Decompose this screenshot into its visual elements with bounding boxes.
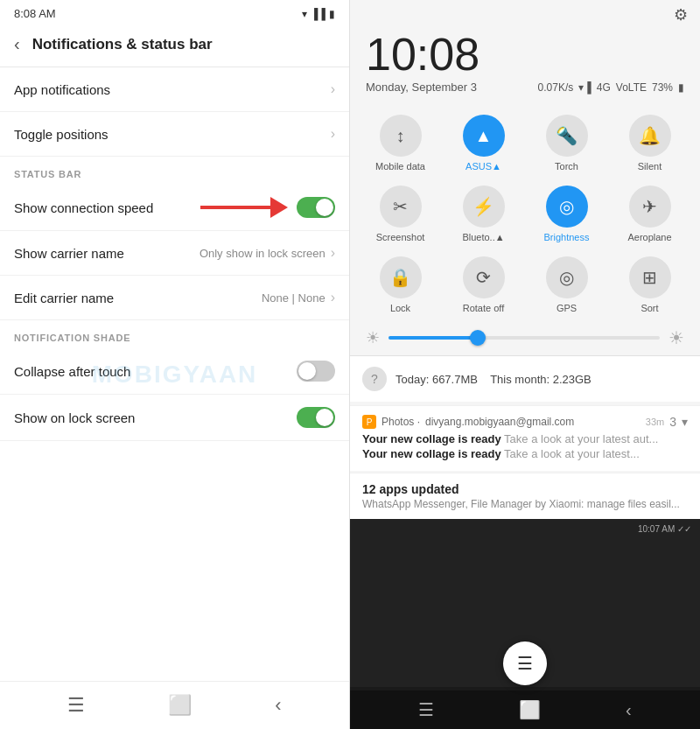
update-title: 12 apps updated [362,482,688,496]
right-status-bar: ⚙ [350,0,700,28]
settings-content: App notifications › Toggle positions › S… [0,67,349,681]
tile-aeroplane[interactable]: ✈ Aeroplane [608,177,691,248]
tile-rotate[interactable]: ⟳ Rotate off [442,248,525,319]
notif-line-1: Your new collage is ready Take a look at… [362,432,688,445]
tile-gps[interactable]: ◎ GPS [525,248,608,319]
menu-item-app-notifications[interactable]: App notifications › [0,67,349,112]
speed-info: 0.07K/s ▾▐ 4G VoLTE 73% ▮ [538,81,684,94]
tile-torch[interactable]: 🔦 Torch [525,106,608,177]
screenshot-label: Screenshot [376,232,425,242]
volte-icon: VoLTE [616,81,647,94]
sort-icon-wrap: ⊞ [629,256,671,298]
tile-bluetooth[interactable]: ⚡ Blueto..▲ [442,177,525,248]
chevron-right-icon: › [331,126,335,142]
aeroplane-label: Aeroplane [627,232,671,242]
notif-header: P Photos · divyang.mobigyaan@gmail.com 3… [362,415,688,429]
torch-label: Torch [555,161,578,172]
quick-tiles-grid: ↕ Mobile data ▲ ASUS▲ 🔦 Torch 🔔 Silent ✂ [350,101,700,324]
notif-line-2: Your new collage is ready Take a look at… [362,447,688,460]
back-nav-right-icon[interactable]: ‹ [626,700,632,720]
chevron-right-icon: › [331,290,335,305]
collapse-toggle[interactable] [297,361,335,382]
sun-bright-icon: ☀ [668,327,684,348]
menu-nav-icon[interactable]: ☰ [67,694,85,717]
battery-icon: ▮ [678,81,684,94]
silent-icon-wrap: 🔔 [629,115,671,157]
date-speed-row: Monday, September 3 0.07K/s ▾▐ 4G VoLTE … [350,79,700,101]
show-connection-speed-row: Show connection speed [0,185,349,231]
gps-label: GPS [556,303,577,313]
slider-track [388,336,660,340]
home-nav-right-icon[interactable]: ⬜ [519,699,541,720]
show-on-lock-screen-row: Show on lock screen [0,395,349,441]
aeroplane-icon: ✈ [642,196,657,217]
edit-carrier-sub: None | None [262,291,326,305]
brightness-slider[interactable] [388,329,660,347]
back-button[interactable]: ‹ [14,34,20,54]
slider-thumb[interactable] [470,330,486,346]
connection-speed-toggle[interactable] [297,197,335,218]
dropdown-icon[interactable]: ▾ [682,415,688,429]
data-usage-card: ? Today: 667.7MB This month: 2.23GB [350,355,700,402]
rotate-icon: ⟳ [476,267,491,288]
expand-icon[interactable]: 3 [669,415,676,429]
sort-icon: ⊞ [642,267,657,288]
right-panel: ⚙ 10:08 Monday, September 3 0.07K/s ▾▐ 4… [350,0,700,729]
lock-label: Lock [390,303,410,313]
left-panel: 8:08 AM ▾ ▐▐ ▮ ‹ Notifications & status … [0,0,350,729]
collapse-label: Collapse after touch [14,364,297,379]
edit-carrier-label: Edit carrier name [14,291,262,305]
tile-lock[interactable]: 🔒 Lock [359,248,442,319]
silent-label: Silent [638,161,662,172]
sort-label: Sort [640,303,658,313]
app-notifications-label: App notifications [14,82,331,97]
menu-item-toggle-positions[interactable]: Toggle positions › [0,112,349,157]
data-today: Today: 667.7MB This month: 2.23GB [396,373,592,386]
tile-brightness[interactable]: ◎ Brightness [525,177,608,248]
tile-asus[interactable]: ▲ ASUS▲ [442,106,525,177]
mobile-data-icon-wrap: ↕ [380,115,422,157]
slider-fill [388,336,484,340]
silent-icon: 🔔 [639,125,661,146]
left-status-bar: 8:08 AM ▾ ▐▐ ▮ [0,0,349,24]
tile-screenshot[interactable]: ✂ Screenshot [359,177,442,248]
photos-app-name: Photos · [382,416,420,428]
collapse-after-touch-row: Collapse after touch [0,348,349,395]
brightness-label: Brightness [544,232,590,242]
left-time: 8:08 AM [14,7,56,20]
speed-value: 0.07K/s [538,81,574,94]
edit-carrier-name-row[interactable]: Edit carrier name None | None › [0,276,349,320]
tile-sort[interactable]: ⊞ Sort [608,248,691,319]
chevron-right-icon: › [331,245,335,261]
signal-icon: ▐▐ [311,8,326,20]
lock-screen-toggle[interactable] [297,407,335,428]
bluetooth-icon-wrap: ⚡ [463,186,505,228]
lock-icon-wrap: 🔒 [380,256,422,298]
show-carrier-name-row[interactable]: Show carrier name Only show in lock scre… [0,231,349,276]
tile-silent[interactable]: 🔔 Silent [608,106,691,177]
brightness-icon: ◎ [559,196,574,217]
chevron-right-icon: › [331,81,335,97]
screenshot-icon-wrap: ✂ [380,186,422,228]
notif-time: 33m [646,417,664,427]
brightness-slider-row: ☀ ☀ [350,324,700,355]
time-display: 10:08 [350,28,700,79]
arrow-shaft [200,206,270,209]
mobile-data-label: Mobile data [375,161,425,172]
torch-icon-wrap: 🔦 [546,115,588,157]
bluetooth-label: Blueto..▲ [462,232,504,242]
menu-nav-right-icon[interactable]: ☰ [418,699,434,720]
arrow-head-icon [270,197,288,218]
fab-button[interactable]: ☰ [503,641,547,685]
photos-app-icon: P [362,415,376,429]
aeroplane-icon-wrap: ✈ [629,186,671,228]
left-status-icons: ▾ ▐▐ ▮ [302,8,335,20]
gear-icon[interactable]: ⚙ [674,5,688,25]
lock-screen-label: Show on lock screen [14,410,297,425]
battery-value: 73% [652,81,673,94]
home-nav-icon[interactable]: ⬜ [168,694,192,717]
wifi-icon: ▾ [302,8,307,20]
tile-mobile-data[interactable]: ↕ Mobile data [359,106,442,177]
sun-dim-icon: ☀ [366,328,380,347]
back-nav-icon[interactable]: ‹ [275,694,281,717]
